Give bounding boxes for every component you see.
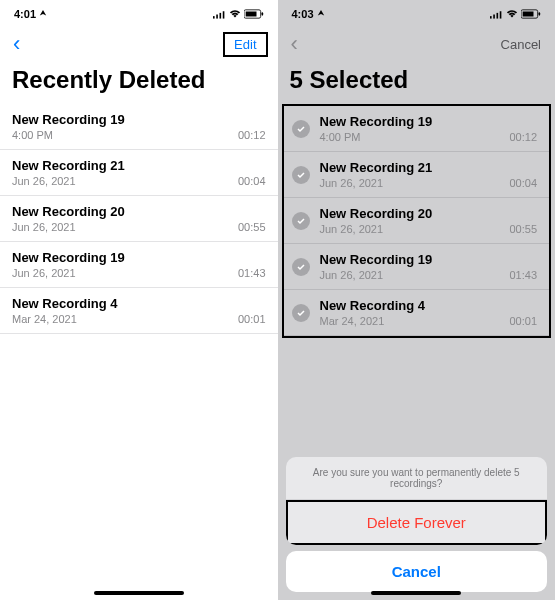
battery-icon (521, 9, 541, 19)
list-item[interactable]: New Recording 19 4:00 PM00:12 (0, 104, 278, 150)
svg-rect-6 (261, 12, 263, 15)
checkmark-icon[interactable] (292, 258, 310, 276)
recording-title: New Recording 4 (12, 296, 266, 311)
checkmark-icon[interactable] (292, 212, 310, 230)
home-indicator[interactable] (94, 591, 184, 595)
action-sheet: Are you sure you want to permanently del… (286, 457, 548, 592)
page-title: 5 Selected (278, 60, 556, 104)
recording-duration: 00:04 (509, 177, 537, 189)
recordings-list-selected: New Recording 19 4:00 PM00:12 New Record… (284, 106, 550, 336)
back-button-disabled: ‹ (288, 31, 301, 57)
recording-date: 4:00 PM (12, 129, 53, 141)
wifi-icon (506, 9, 518, 19)
list-item[interactable]: New Recording 21 Jun 26, 202100:04 (284, 152, 550, 198)
svg-rect-7 (490, 16, 492, 18)
sheet-cancel-button[interactable]: Cancel (286, 551, 548, 592)
back-button[interactable]: ‹ (10, 31, 23, 57)
recording-date: Mar 24, 2021 (12, 313, 77, 325)
svg-rect-8 (493, 14, 495, 18)
svg-rect-10 (500, 11, 502, 18)
edit-button[interactable]: Edit (223, 32, 267, 57)
svg-rect-5 (245, 12, 256, 17)
recording-duration: 01:43 (238, 267, 266, 279)
nav-bar: ‹ Cancel (278, 28, 556, 60)
signal-icon (213, 10, 226, 19)
location-icon (39, 10, 47, 18)
list-item[interactable]: New Recording 4 Mar 24, 202100:01 (0, 288, 278, 334)
recording-title: New Recording 21 (12, 158, 266, 173)
recording-duration: 00:04 (238, 175, 266, 187)
recording-date: Jun 26, 2021 (320, 269, 384, 281)
status-bar: 4:01 (0, 0, 278, 28)
svg-rect-13 (539, 12, 541, 15)
svg-rect-0 (213, 16, 215, 18)
svg-rect-2 (219, 12, 221, 18)
recording-date: Jun 26, 2021 (12, 175, 76, 187)
recording-title: New Recording 19 (320, 252, 538, 267)
recording-date: Mar 24, 2021 (320, 315, 385, 327)
selected-list-highlight: New Recording 19 4:00 PM00:12 New Record… (282, 104, 552, 338)
recording-duration: 00:01 (509, 315, 537, 327)
svg-rect-9 (497, 12, 499, 18)
sheet-message: Are you sure you want to permanently del… (286, 457, 548, 500)
recording-date: Jun 26, 2021 (320, 177, 384, 189)
checkmark-icon[interactable] (292, 120, 310, 138)
page-title: Recently Deleted (0, 60, 278, 104)
recording-date: Jun 26, 2021 (12, 267, 76, 279)
recording-title: New Recording 21 (320, 160, 538, 175)
wifi-icon (229, 9, 241, 19)
svg-rect-1 (216, 14, 218, 18)
status-time: 4:03 (292, 8, 314, 20)
svg-rect-3 (222, 11, 224, 18)
delete-forever-button[interactable]: Delete Forever (286, 500, 548, 545)
status-time: 4:01 (14, 8, 36, 20)
checkmark-icon[interactable] (292, 304, 310, 322)
list-item[interactable]: New Recording 19 Jun 26, 202101:43 (0, 242, 278, 288)
recording-title: New Recording 19 (320, 114, 538, 129)
list-item[interactable]: New Recording 19 Jun 26, 202101:43 (284, 244, 550, 290)
recording-duration: 00:01 (238, 313, 266, 325)
battery-icon (244, 9, 264, 19)
status-bar: 4:03 (278, 0, 556, 28)
screen-normal-mode: 4:01 ‹ Edit Recently Deleted New Recordi… (0, 0, 278, 600)
recording-duration: 01:43 (509, 269, 537, 281)
list-item[interactable]: New Recording 21 Jun 26, 202100:04 (0, 150, 278, 196)
cancel-edit-button[interactable]: Cancel (497, 34, 545, 55)
recording-duration: 00:55 (509, 223, 537, 235)
list-item[interactable]: New Recording 19 4:00 PM00:12 (284, 106, 550, 152)
checkmark-icon[interactable] (292, 166, 310, 184)
recording-title: New Recording 20 (320, 206, 538, 221)
signal-icon (490, 10, 503, 19)
recording-duration: 00:55 (238, 221, 266, 233)
recording-date: Jun 26, 2021 (320, 223, 384, 235)
recording-title: New Recording 19 (12, 112, 266, 127)
recording-title: New Recording 4 (320, 298, 538, 313)
recording-date: Jun 26, 2021 (12, 221, 76, 233)
recording-duration: 00:12 (509, 131, 537, 143)
recordings-list: New Recording 19 4:00 PM00:12 New Record… (0, 104, 278, 600)
recording-duration: 00:12 (238, 129, 266, 141)
list-item[interactable]: New Recording 20 Jun 26, 202100:55 (0, 196, 278, 242)
recording-title: New Recording 19 (12, 250, 266, 265)
location-icon (317, 10, 325, 18)
svg-rect-12 (523, 12, 534, 17)
list-item[interactable]: New Recording 20 Jun 26, 202100:55 (284, 198, 550, 244)
list-item[interactable]: New Recording 4 Mar 24, 202100:01 (284, 290, 550, 336)
screen-edit-mode: 4:03 ‹ Cancel 5 Selected New Recording 1… (278, 0, 556, 600)
nav-bar: ‹ Edit (0, 28, 278, 60)
recording-date: 4:00 PM (320, 131, 361, 143)
home-indicator[interactable] (371, 591, 461, 595)
recording-title: New Recording 20 (12, 204, 266, 219)
